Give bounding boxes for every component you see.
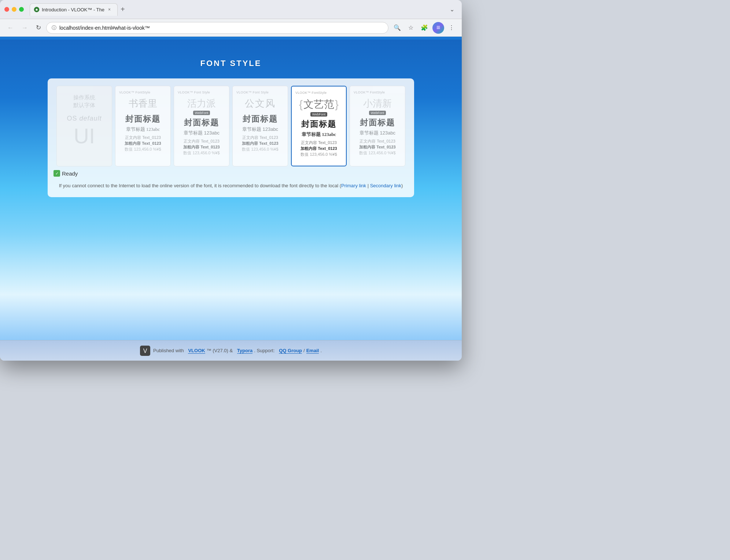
tab-close-button[interactable]: × <box>107 6 112 13</box>
card-qingxin-body-text: 正文内容 Text_0123 <box>360 139 395 144</box>
extensions-icon: 🧩 <box>421 25 428 31</box>
email-link[interactable]: Email <box>306 348 319 354</box>
typora-link[interactable]: Typora <box>237 348 252 354</box>
os-default-label-bottom: 默认字体 <box>73 101 95 109</box>
footer-published-prefix: Published with <box>153 348 184 353</box>
card-qingxin-chapter-title: 章节标题 123abc <box>360 130 395 136</box>
menu-button[interactable]: ⋮ <box>446 22 457 33</box>
email-text: Email <box>306 348 319 353</box>
primary-link[interactable]: Primary link <box>341 183 366 188</box>
card-qingxin-webfont-badge: WebFont <box>369 111 386 115</box>
tab-title: Introduction - VLOOK™ - The <box>42 7 104 12</box>
qq-group-link[interactable]: QQ Group <box>279 348 302 354</box>
card-shuxiang-number-text: 数值 123,456.0 %¥$ <box>125 147 161 152</box>
card-qingxin-number-text: 数值 123,456.0 %¥$ <box>359 150 395 156</box>
back-icon: ← <box>7 24 14 32</box>
bookmark-button[interactable]: ☆ <box>405 22 416 33</box>
fullscreen-window-button[interactable] <box>19 7 24 12</box>
minimize-window-button[interactable] <box>12 7 16 12</box>
card-huoli-number-text: 数值 123,456.0 %¥$ <box>183 150 220 156</box>
vlook-link[interactable]: VLOOK <box>188 348 205 354</box>
avatar-icon: ≡ <box>436 24 440 32</box>
star-icon: ☆ <box>408 25 413 31</box>
card-huoli-brand: VLOOK™ Font Style <box>178 91 210 94</box>
card-gongwen-cover-title: 封面标题 <box>243 114 278 125</box>
font-cards-container: 操作系统 默认字体 OS default UI VLOOK™ FontStyle… <box>48 78 414 197</box>
card-gongwen-name: 公文风 <box>245 97 276 110</box>
card-huoli-bold-text: 加粗内容 Text_0123 <box>183 144 220 150</box>
footer-period: . <box>320 348 322 353</box>
title-bar: Introduction - VLOOK™ - The × + ⌄ <box>0 0 462 19</box>
card-wenyi-brand: VLOOK™ FontStyle <box>295 91 327 95</box>
card-shuxiang-chapter-title: 章节标题 123abc <box>126 126 160 133</box>
browser-tab[interactable]: Introduction - VLOOK™ - The × <box>30 3 118 16</box>
os-default-title: OS default <box>67 115 102 122</box>
card-shuxiang-name: 书香里 <box>129 97 157 110</box>
font-card-wenyi[interactable]: VLOOK™ FontStyle {文艺范} WebFont 封面标题 章节标题… <box>291 86 347 166</box>
notice-suffix: ) <box>401 183 403 188</box>
card-wenyi-number-text: 数值 123,456.0 %¥$ <box>301 152 337 157</box>
footer-vlook-version: ™ (V27.0) & <box>207 348 233 353</box>
reload-button[interactable]: ↻ <box>33 22 44 34</box>
card-shuxiang-brand: VLOOK™ FontStyle <box>119 91 150 94</box>
footer-support-prefix: . Support: <box>254 348 274 353</box>
card-qingxin-cover-title: 封面标题 <box>360 117 395 128</box>
close-window-button[interactable] <box>4 7 9 12</box>
font-card-qingxin[interactable]: VLOOK™ FontStyle 小清新 WebFont 封面标题 章节标题 1… <box>350 86 405 166</box>
footer-slash: / <box>303 348 305 353</box>
search-button[interactable]: 🔍 <box>391 22 404 33</box>
card-huoli-chapter-title: 章节标题 123abc <box>184 130 220 136</box>
forward-button[interactable]: → <box>19 22 31 34</box>
card-qingxin-bold-text: 加粗内容 Text_0123 <box>359 144 395 150</box>
font-cards-row: 操作系统 默认字体 OS default UI VLOOK™ FontStyle… <box>54 86 408 166</box>
card-wenyi-body-text: 正文内容 Text_0123 <box>301 140 337 145</box>
font-card-os-default[interactable]: 操作系统 默认字体 OS default UI <box>56 86 112 166</box>
card-wenyi-chapter-title: 章节标题 123abc <box>302 131 336 138</box>
card-huoli-name: 活力派 <box>187 97 216 110</box>
nav-bar: ← → ↻ ⓘ localhost/index-en.html#what-is-… <box>0 19 462 37</box>
typora-name: Typora <box>237 348 252 353</box>
card-shuxiang-body-text: 正文内容 Text_0123 <box>125 135 161 140</box>
security-icon: ⓘ <box>52 25 56 31</box>
card-shuxiang-cover-title: 封面标题 <box>125 114 161 125</box>
card-wenyi-name: {文艺范} <box>299 97 339 111</box>
notice-separator: | <box>366 183 370 188</box>
footer-logo-icon: V <box>140 346 150 356</box>
address-bar[interactable]: ⓘ localhost/index-en.html#what-is-vlook™ <box>46 22 388 34</box>
card-wenyi-webfont-badge: WebFont <box>310 112 327 117</box>
card-gongwen-brand: VLOOK™ Font Style <box>236 91 269 94</box>
os-default-label-top: 操作系统 <box>73 93 95 101</box>
card-qingxin-brand: VLOOK™ FontStyle <box>354 91 385 94</box>
font-card-gongwen[interactable]: VLOOK™ Font Style 公文风 封面标题 章节标题 123abc 正… <box>232 86 288 166</box>
card-huoli-cover-title: 封面标题 <box>184 117 219 128</box>
search-icon: 🔍 <box>394 25 401 31</box>
card-wenyi-bold-text: 加粗内容 Text_0123 <box>301 146 337 151</box>
card-gongwen-number-text: 数值 123,456.0 %¥$ <box>242 147 278 152</box>
back-button[interactable]: ← <box>4 22 16 34</box>
card-wenyi-cover-title: 封面标题 <box>301 119 336 130</box>
card-gongwen-bold-text: 加粗内容 Text_0123 <box>242 141 278 146</box>
card-huoli-body-text: 正文内容 Text_0123 <box>184 139 220 144</box>
traffic-lights <box>4 7 24 12</box>
svg-text:V: V <box>143 348 147 354</box>
tab-favicon <box>34 7 40 12</box>
notice-text: If you cannot connect to the Internet to… <box>54 182 408 190</box>
forward-icon: → <box>22 24 28 32</box>
notice-prefix: If you cannot connect to the Internet to… <box>59 183 341 188</box>
profile-button[interactable]: ≡ <box>432 22 444 34</box>
os-default-ui-large: UI <box>74 125 95 147</box>
extensions-button[interactable]: 🧩 <box>418 22 431 33</box>
card-huoli-webfont-badge: WebFont <box>193 111 210 115</box>
nav-actions: 🔍 ☆ 🧩 ≡ ⋮ <box>391 22 457 34</box>
window-dropdown-button[interactable]: ⌄ <box>447 4 457 14</box>
qq-group-text: QQ Group <box>279 348 302 353</box>
font-card-shuxiang[interactable]: VLOOK™ FontStyle 书香里 封面标题 章节标题 123abc 正文… <box>115 86 171 166</box>
menu-icon: ⋮ <box>449 25 454 31</box>
new-tab-button[interactable]: + <box>118 4 128 15</box>
address-text: localhost/index-en.html#what-is-vlook™ <box>59 25 383 31</box>
window-controls: ⌄ <box>447 4 457 14</box>
reload-icon: ↻ <box>36 24 41 32</box>
font-card-huoli[interactable]: VLOOK™ Font Style 活力派 WebFont 封面标题 章节标题 … <box>174 86 229 166</box>
secondary-link[interactable]: Secondary link <box>370 183 401 188</box>
ready-check-icon: ✓ <box>54 170 60 177</box>
